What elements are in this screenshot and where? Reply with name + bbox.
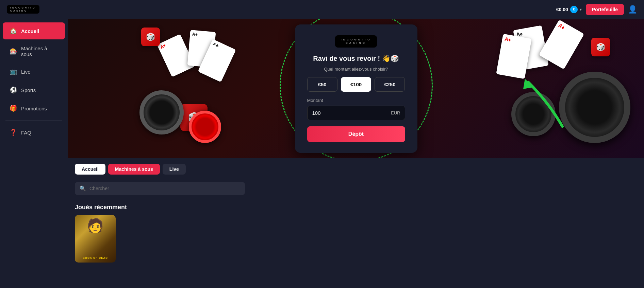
- game-title-book-of-dead: BOOK OF DEAD: [83, 256, 108, 260]
- amount-250-button[interactable]: €250: [375, 77, 405, 92]
- slot-icon: 🎰: [10, 48, 17, 55]
- wallet-chevron-icon[interactable]: ▾: [580, 7, 582, 12]
- logo-line2: CASINO: [10, 10, 36, 12]
- character-icon: 🧑: [87, 218, 104, 234]
- left-chip-red: [189, 111, 221, 143]
- logo: INCOGNITO CASINO: [7, 5, 39, 14]
- sidebar-label-sports: Sports: [21, 87, 36, 93]
- green-arrow: [508, 75, 569, 138]
- recently-played-title: Joués récemment: [68, 198, 644, 215]
- tab-machines[interactable]: Machines à sous: [108, 164, 160, 175]
- tab-live[interactable]: Live: [163, 164, 186, 175]
- sidebar-label-machines: Machines à sous: [21, 46, 58, 57]
- search-icon: 🔍: [80, 185, 86, 192]
- amount-100-button[interactable]: €100: [341, 77, 371, 92]
- welcome-text: Ravi de vous revoir ! 👋🎲: [307, 54, 405, 62]
- right-die-1: 🎲: [591, 38, 610, 56]
- wallet-euro-icon: €: [570, 6, 578, 13]
- main-layout: 🏠 Accueil 🎰 Machines à sous 📺 Live ⚽ Spo…: [0, 19, 644, 288]
- deposit-input-wrap: EUR: [307, 106, 405, 120]
- left-card-2: A♠: [187, 30, 216, 68]
- sidebar: 🏠 Accueil 🎰 Machines à sous 📺 Live ⚽ Spo…: [0, 19, 68, 288]
- logo-line1: INCOGNITO: [10, 6, 36, 9]
- left-chip-1: [139, 90, 184, 134]
- search-row: 🔍: [68, 179, 644, 198]
- sidebar-label-live: Live: [21, 69, 31, 75]
- left-card-3: A♣: [198, 39, 236, 82]
- tabs-row: Accueil Machines à sous Live: [68, 158, 644, 179]
- right-card-2: A♦: [496, 34, 532, 79]
- modal-logo-line1: INCOGNITO: [341, 38, 371, 41]
- home-icon: 🏠: [10, 27, 17, 35]
- topbar-right: €0.00 € ▾ Portefeuille 👤: [556, 4, 637, 15]
- hero-banner: A♥ A♠ A♣ 🎲 🎲 A♠ A♦ A♦ 🎲: [68, 19, 644, 158]
- sidebar-item-live[interactable]: 📺 Live: [3, 63, 65, 80]
- sidebar-label-promotions: Promotions: [21, 106, 47, 111]
- faq-icon: ❓: [10, 129, 17, 136]
- currency-label: EUR: [391, 110, 400, 115]
- sidebar-label-accueil: Accueil: [21, 28, 39, 34]
- left-die-2: 🎲: [180, 104, 208, 131]
- games-row: 🧑 BOOK OF DEAD: [68, 215, 644, 269]
- sidebar-item-faq[interactable]: ❓ FAQ: [3, 124, 65, 141]
- tab-accueil[interactable]: Accueil: [75, 164, 105, 175]
- sports-icon: ⚽: [10, 86, 17, 94]
- wallet-amount: €0.00: [556, 7, 568, 12]
- sidebar-item-promotions[interactable]: 🎁 Promotions: [3, 100, 65, 117]
- wallet-area: €0.00 € ▾: [556, 6, 582, 13]
- user-icon[interactable]: 👤: [628, 5, 637, 14]
- right-chip-big: [559, 72, 630, 143]
- deposit-input[interactable]: [307, 106, 405, 120]
- content-area: A♥ A♠ A♣ 🎲 🎲 A♠ A♦ A♦ 🎲: [68, 19, 644, 288]
- left-card-1: A♥: [157, 34, 195, 77]
- promotions-icon: 🎁: [10, 105, 17, 112]
- deposit-button[interactable]: Dépôt: [307, 126, 405, 142]
- sidebar-item-sports[interactable]: ⚽ Sports: [3, 82, 65, 98]
- portefeuille-button[interactable]: Portefeuille: [586, 4, 624, 15]
- right-card-1: A♠: [513, 25, 549, 71]
- amount-buttons: €50 €100 €250: [307, 77, 405, 92]
- sidebar-item-accueil[interactable]: 🏠 Accueil: [3, 22, 65, 39]
- live-icon: 📺: [10, 68, 17, 75]
- modal-logo-line2: CASINO: [341, 41, 371, 45]
- modal-logo: INCOGNITO CASINO: [335, 35, 377, 47]
- deposit-modal: INCOGNITO CASINO Ravi de vous revoir ! 👋…: [295, 24, 417, 152]
- search-wrap: 🔍: [75, 182, 245, 195]
- sidebar-item-machines[interactable]: 🎰 Machines à sous: [3, 41, 65, 62]
- left-decorations: A♥ A♠ A♣ 🎲 🎲: [68, 19, 248, 158]
- amount-50-button[interactable]: €50: [307, 77, 337, 92]
- right-card-3: A♦: [539, 20, 584, 69]
- sidebar-label-faq: FAQ: [21, 130, 31, 136]
- sidebar-divider: [5, 120, 62, 121]
- left-die-1: 🎲: [141, 28, 160, 46]
- game-card-book-of-dead[interactable]: 🧑 BOOK OF DEAD: [75, 215, 116, 263]
- montant-label: Montant: [307, 98, 405, 103]
- amount-question: Quel montant allez-vous choisir?: [307, 67, 405, 72]
- logo-box: INCOGNITO CASINO: [7, 5, 39, 14]
- topbar: INCOGNITO CASINO €0.00 € ▾ Portefeuille …: [0, 0, 644, 19]
- search-input[interactable]: [89, 186, 240, 191]
